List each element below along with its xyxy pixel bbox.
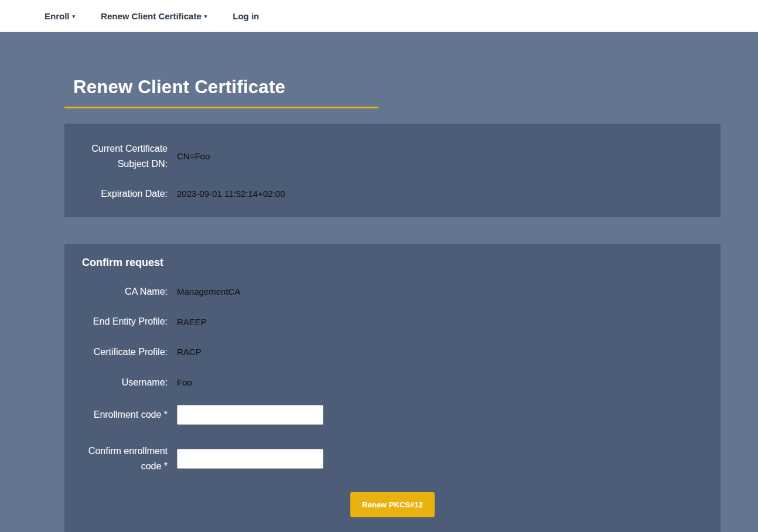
nav-item-renew-client-certificate[interactable]: Renew Client Certificate ▾ bbox=[101, 11, 207, 21]
username-label: Username: bbox=[82, 375, 168, 390]
confirm-request-panel: Confirm request CA Name: ManagementCA En… bbox=[64, 244, 721, 532]
ca-name-label: CA Name: bbox=[82, 284, 168, 299]
nav-login-label: Log in bbox=[233, 11, 259, 21]
expiration-date-label: Expiration Date: bbox=[82, 186, 168, 202]
username-row: Username: Foo bbox=[82, 375, 703, 390]
nav-item-enroll[interactable]: Enroll ▾ bbox=[45, 11, 75, 21]
confirm-request-heading: Confirm request bbox=[82, 257, 703, 269]
confirm-enrollment-code-input[interactable] bbox=[177, 449, 323, 469]
renew-pkcs12-button[interactable]: Renew PKCS#12 bbox=[350, 492, 434, 517]
top-navigation: Enroll ▾ Renew Client Certificate ▾ Log … bbox=[0, 0, 758, 32]
username-value: Foo bbox=[177, 377, 703, 387]
confirm-enrollment-code-row: Confirm enrollment code * bbox=[82, 444, 703, 473]
certificate-profile-value: RACP bbox=[177, 347, 703, 357]
main-area: Renew Client Certificate Current Certifi… bbox=[0, 32, 758, 532]
chevron-down-icon: ▾ bbox=[204, 13, 207, 19]
ca-name-row: CA Name: ManagementCA bbox=[82, 284, 703, 299]
nav-enroll-label: Enroll bbox=[45, 11, 70, 21]
ca-name-value: ManagementCA bbox=[177, 287, 703, 296]
end-entity-profile-value: RAEEP bbox=[177, 317, 703, 327]
content-container: Renew Client Certificate Current Certifi… bbox=[64, 32, 721, 532]
end-entity-profile-row: End Entity Profile: RAEEP bbox=[82, 314, 703, 329]
title-underline bbox=[64, 107, 378, 108]
confirm-enrollment-code-label: Confirm enrollment code * bbox=[82, 444, 168, 473]
chevron-down-icon: ▾ bbox=[73, 13, 76, 19]
certificate-profile-label: Certificate Profile: bbox=[82, 345, 168, 360]
expiration-date-value: 2023-09-01 11:52:14+02:00 bbox=[177, 189, 703, 199]
subject-dn-label: Current Certificate Subject DN: bbox=[82, 141, 168, 171]
expiration-date-row: Expiration Date: 2023-09-01 11:52:14+02:… bbox=[82, 186, 703, 202]
certificate-profile-row: Certificate Profile: RACP bbox=[82, 345, 703, 360]
nav-renew-label: Renew Client Certificate bbox=[101, 11, 202, 21]
subject-dn-row: Current Certificate Subject DN: CN=Foo bbox=[82, 141, 703, 171]
subject-dn-value: CN=Foo bbox=[177, 151, 703, 161]
page-title: Renew Client Certificate bbox=[64, 77, 721, 98]
page-title-wrap: Renew Client Certificate bbox=[64, 32, 721, 108]
enrollment-code-row: Enrollment code * bbox=[82, 405, 703, 425]
enrollment-code-input[interactable] bbox=[177, 405, 323, 425]
current-certificate-panel: Current Certificate Subject DN: CN=Foo E… bbox=[64, 124, 721, 217]
nav-item-login[interactable]: Log in bbox=[233, 11, 259, 21]
button-row: Renew PKCS#12 bbox=[82, 492, 703, 517]
enrollment-code-label: Enrollment code * bbox=[82, 407, 168, 422]
end-entity-profile-label: End Entity Profile: bbox=[82, 314, 168, 329]
